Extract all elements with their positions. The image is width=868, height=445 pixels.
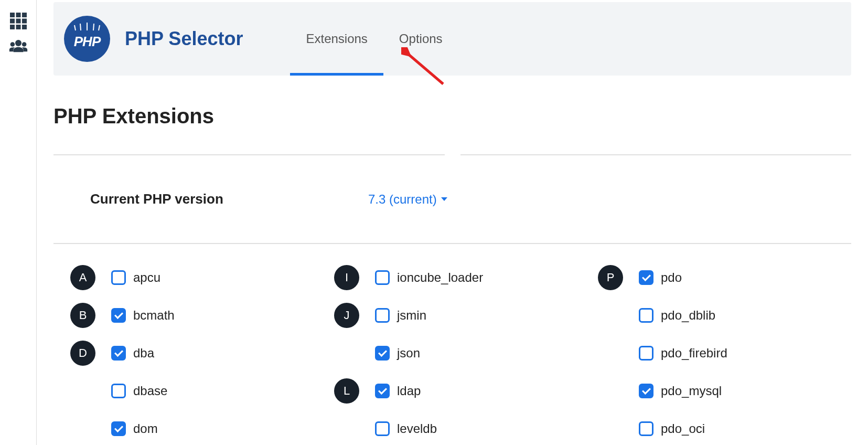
extension-row: pdo_oci <box>598 416 851 441</box>
php-version-label: Current PHP version <box>90 191 368 207</box>
letter-badge: J <box>334 303 359 328</box>
apps-grid-icon[interactable] <box>9 12 28 30</box>
svg-rect-5 <box>22 19 27 24</box>
svg-rect-0 <box>10 13 15 17</box>
extension-label: jsmin <box>397 308 426 323</box>
svg-rect-6 <box>10 25 15 29</box>
extension-label: dbase <box>133 384 167 398</box>
extension-checkbox[interactable] <box>375 384 390 398</box>
extension-row: Lldap <box>334 378 587 404</box>
extension-checkbox[interactable] <box>111 308 126 323</box>
letter-badge: L <box>334 378 359 404</box>
svg-rect-1 <box>16 13 20 17</box>
extension-label: pdo_mysql <box>661 384 722 398</box>
extension-row: dbase <box>70 378 324 404</box>
php-logo-icon: PHP <box>64 16 110 62</box>
extension-checkbox[interactable] <box>375 421 390 436</box>
svg-line-13 <box>80 24 81 30</box>
svg-rect-7 <box>16 25 20 29</box>
svg-point-10 <box>10 42 15 47</box>
svg-point-9 <box>15 40 22 46</box>
caret-down-icon <box>441 197 447 201</box>
extension-label: pdo_firebird <box>661 346 727 361</box>
extension-checkbox[interactable] <box>639 346 653 361</box>
svg-rect-4 <box>16 19 20 24</box>
extension-row: dom <box>70 416 324 441</box>
extension-checkbox[interactable] <box>111 421 126 436</box>
php-version-dropdown[interactable]: 7.3 (current) <box>368 192 447 207</box>
extension-checkbox[interactable] <box>375 270 390 285</box>
extension-label: bcmath <box>133 308 175 323</box>
extension-row: Jjsmin <box>334 303 587 328</box>
tab-extensions[interactable]: Extensions <box>290 2 383 76</box>
tabs: ExtensionsOptions <box>290 2 458 76</box>
svg-line-12 <box>74 25 76 30</box>
extension-row: Aapcu <box>70 265 324 290</box>
letter-badge: P <box>598 265 623 290</box>
letter-badge: B <box>70 303 95 328</box>
svg-rect-2 <box>22 13 27 17</box>
extension-checkbox[interactable] <box>639 384 653 398</box>
extension-checkbox[interactable] <box>639 308 653 323</box>
svg-point-11 <box>22 42 26 47</box>
extension-label: pdo <box>661 270 682 285</box>
page-header: PHP PHP Selector ExtensionsOptions <box>53 2 851 76</box>
letter-badge: D <box>70 341 95 366</box>
extension-checkbox[interactable] <box>639 270 653 285</box>
sidebar <box>0 0 37 445</box>
extension-row: json <box>334 341 587 366</box>
page-title: PHP Selector <box>125 28 243 50</box>
letter-badge: I <box>334 265 359 290</box>
extension-label: dba <box>133 346 154 361</box>
extension-checkbox[interactable] <box>111 384 126 398</box>
extension-checkbox[interactable] <box>375 308 390 323</box>
extension-row: pdo_firebird <box>598 341 851 366</box>
extension-label: dom <box>133 421 158 436</box>
extension-row: pdo_dblib <box>598 303 851 328</box>
extension-label: apcu <box>133 270 160 285</box>
letter-badge: A <box>70 265 95 290</box>
svg-rect-3 <box>10 19 15 24</box>
svg-rect-8 <box>22 25 27 29</box>
extension-row: Ppdo <box>598 265 851 290</box>
tab-options[interactable]: Options <box>383 2 458 76</box>
php-logo-text: PHP <box>74 34 100 50</box>
extension-label: json <box>397 346 420 361</box>
svg-line-16 <box>99 25 100 30</box>
extensions-grid: AapcuBbcmathDdbadbasedomIioncube_loaderJ… <box>53 244 851 445</box>
extension-checkbox[interactable] <box>111 346 126 361</box>
extension-row: leveldb <box>334 416 587 441</box>
extension-row: Iioncube_loader <box>334 265 587 290</box>
php-version-row: Current PHP version 7.3 (current) <box>53 155 851 243</box>
extension-row: pdo_mysql <box>598 378 851 404</box>
extension-label: pdo_dblib <box>661 308 715 323</box>
extension-label: pdo_oci <box>661 421 705 436</box>
section-title: PHP Extensions <box>53 104 851 128</box>
svg-line-15 <box>93 24 94 30</box>
extension-label: ldap <box>397 384 421 398</box>
extension-label: ioncube_loader <box>397 270 483 285</box>
extension-checkbox[interactable] <box>111 270 126 285</box>
extension-label: leveldb <box>397 421 437 436</box>
main-content: PHP PHP Selector ExtensionsOptions PHP E… <box>37 0 868 445</box>
extension-row: Ddba <box>70 341 324 366</box>
users-group-icon[interactable] <box>9 37 28 56</box>
php-version-value: 7.3 (current) <box>368 192 437 207</box>
extension-checkbox[interactable] <box>639 421 653 436</box>
extension-row: Bbcmath <box>70 303 324 328</box>
extension-checkbox[interactable] <box>375 346 390 361</box>
